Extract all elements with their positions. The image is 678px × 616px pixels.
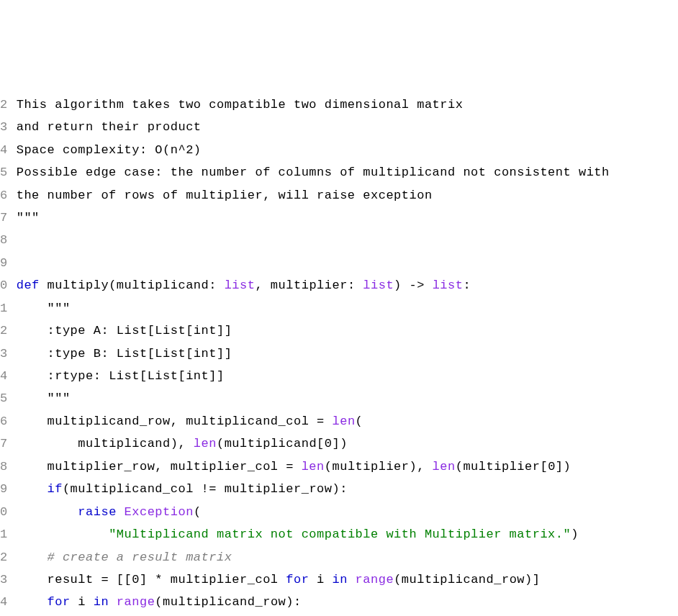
- builtin-token: Exception: [125, 505, 194, 519]
- line-number: 9: [0, 478, 8, 500]
- text-token: ): [571, 527, 579, 541]
- code-area[interactable]: This algorithm takes two compatible two …: [17, 94, 678, 616]
- text-token: (multiplicand[: [217, 437, 325, 450]
- indent: [17, 369, 48, 383]
- code-line[interactable]: for i in range(multiplicand_row):: [17, 591, 678, 613]
- line-number: 6: [0, 410, 8, 432]
- code-line[interactable]: raise Exception(: [17, 501, 678, 523]
- builtin-token: len: [194, 437, 217, 450]
- number-token: 0: [325, 437, 333, 450]
- indent: [17, 460, 48, 474]
- text-token: (multiplier[: [456, 460, 548, 474]
- code-line[interactable]: """: [17, 297, 678, 320]
- code-line[interactable]: [17, 229, 678, 251]
- indent: [17, 573, 48, 586]
- code-line[interactable]: :type A: List[List[int]]: [17, 320, 678, 342]
- text-token: [109, 595, 117, 609]
- keyword-token: for: [48, 595, 71, 609]
- builtin-token: list: [433, 278, 464, 292]
- text-token: (multiplicand_col != multiplier_row):: [63, 482, 348, 496]
- keyword-token: in: [333, 573, 348, 586]
- line-number: 1: [0, 297, 8, 320]
- keyword-token: if: [48, 482, 63, 496]
- line-number: 9: [0, 252, 8, 274]
- line-number: 8: [0, 456, 8, 478]
- line-number: 3: [0, 343, 8, 365]
- text-token: i: [71, 595, 94, 609]
- text-token: ]): [556, 460, 571, 474]
- keyword-token: raise: [78, 505, 117, 519]
- code-line[interactable]: multiplier_row, multiplier_col = len(mul…: [17, 456, 678, 478]
- text-token: and return their product: [17, 120, 202, 134]
- line-number: 3: [0, 116, 8, 138]
- indent: [17, 415, 48, 428]
- code-line[interactable]: if(multiplicand_col != multiplier_row):: [17, 478, 678, 500]
- indent: [17, 527, 109, 541]
- code-line[interactable]: :type B: List[List[int]]: [17, 343, 678, 365]
- indent: [17, 302, 48, 315]
- indent: [17, 347, 48, 361]
- keyword-token: in: [94, 595, 109, 609]
- builtin-token: len: [433, 460, 456, 474]
- code-line[interactable]: result = [[0] * multiplier_col for i in …: [17, 569, 678, 591]
- line-number: 8: [0, 229, 8, 251]
- code-line[interactable]: """: [17, 207, 678, 229]
- text-token: :type A: List[List[int]]: [48, 324, 232, 338]
- string-token: "Multiplicand matrix not compatible with…: [109, 527, 571, 541]
- builtin-token: len: [332, 415, 355, 428]
- keyword-token: def: [17, 278, 40, 292]
- code-line[interactable]: "Multiplicand matrix not compatible with…: [17, 523, 678, 545]
- code-line[interactable]: the number of rows of multiplier, will r…: [17, 184, 678, 207]
- line-number: 3: [0, 569, 8, 591]
- text-token: """: [48, 302, 71, 315]
- text-token: Possible edge case: the number of column…: [17, 166, 610, 179]
- indent: [17, 505, 78, 519]
- code-line[interactable]: def multiply(multiplicand: list, multipl…: [17, 274, 678, 296]
- code-line[interactable]: :rtype: List[List[int]]: [17, 365, 678, 387]
- text-token: [348, 573, 356, 586]
- code-editor: 234567890123456789012345678 This algorit…: [0, 94, 678, 616]
- text-token: multiply(multiplicand:: [40, 278, 225, 292]
- builtin-token: len: [302, 460, 325, 474]
- indent: [17, 324, 48, 338]
- text-token: ] * multiplier_col: [140, 573, 286, 586]
- code-line[interactable]: Space complexity: O(n^2): [17, 139, 678, 161]
- builtin-token: range: [356, 573, 394, 586]
- line-number-gutter: 234567890123456789012345678: [0, 94, 17, 616]
- text-token: , multiplier:: [255, 278, 363, 292]
- text-token: result = [[: [48, 573, 132, 586]
- code-line[interactable]: This algorithm takes two compatible two …: [17, 94, 678, 116]
- comment-token: # create a result matrix: [48, 551, 232, 564]
- text-token: (: [356, 415, 363, 428]
- text-token: multiplicand),: [78, 437, 194, 450]
- indent: [17, 391, 48, 405]
- line-number: 1: [0, 523, 8, 545]
- line-number: 0: [0, 274, 8, 296]
- text-token: i: [309, 573, 332, 586]
- code-line[interactable]: multiplicand_row, multiplicand_col = len…: [17, 410, 678, 432]
- line-number: 5: [0, 387, 8, 409]
- line-number: 0: [0, 501, 8, 523]
- text-token: Space complexity: O(n^2): [17, 143, 202, 157]
- text-token: """: [17, 211, 40, 225]
- line-number: 5: [0, 161, 8, 184]
- builtin-token: range: [117, 595, 155, 609]
- text-token: :rtype: List[List[int]]: [48, 369, 225, 383]
- text-token: ) ->: [394, 278, 433, 292]
- code-line[interactable]: multiplicand), len(multiplicand[0]): [17, 432, 678, 455]
- text-token: (multiplicand_row)]: [394, 573, 540, 586]
- line-number: 2: [0, 546, 8, 569]
- line-number: 4: [0, 591, 8, 613]
- code-line[interactable]: # create a result matrix: [17, 546, 678, 569]
- line-number: 2: [0, 320, 8, 342]
- line-number: 6: [0, 184, 8, 207]
- builtin-token: list: [225, 278, 256, 292]
- code-line[interactable]: and return their product: [17, 116, 678, 138]
- line-number: 4: [0, 139, 8, 161]
- number-token: 0: [132, 573, 140, 586]
- code-line[interactable]: """: [17, 387, 678, 409]
- code-line[interactable]: Possible edge case: the number of column…: [17, 161, 678, 184]
- code-line[interactable]: [17, 252, 678, 274]
- text-token: multiplicand_row, multiplicand_col =: [48, 415, 333, 428]
- line-number: 7: [0, 207, 8, 229]
